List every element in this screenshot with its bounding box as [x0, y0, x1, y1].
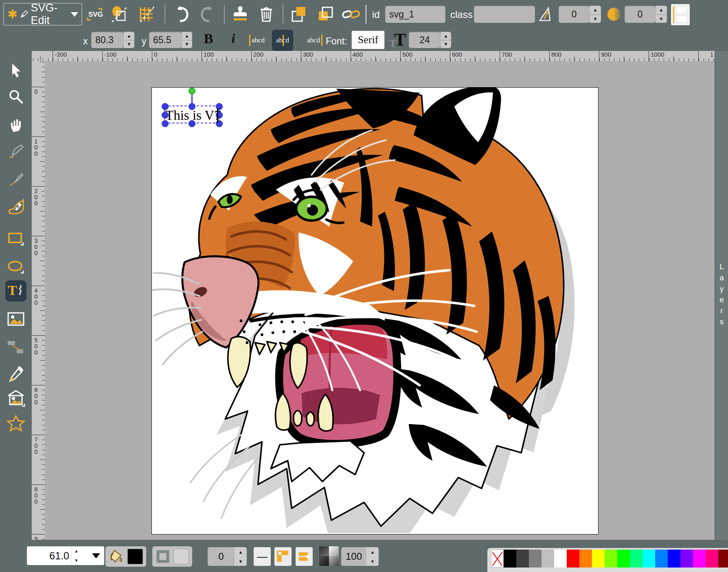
- make-link-button[interactable]: [341, 4, 361, 24]
- fill-color-swatch[interactable]: [127, 549, 143, 564]
- tool-pan[interactable]: [5, 114, 26, 135]
- blur-icon: [605, 5, 623, 24]
- tool-line[interactable]: [5, 169, 26, 190]
- palette-color[interactable]: [706, 550, 718, 568]
- selection-grip-sw[interactable]: [162, 120, 169, 127]
- selection-grip-w[interactable]: [162, 112, 169, 119]
- x-spinner[interactable]: ▲▼: [124, 32, 134, 48]
- selection-grip-nw[interactable]: [162, 103, 169, 110]
- palette-color[interactable]: [579, 550, 592, 568]
- stroke-color-swatch[interactable]: [173, 549, 189, 564]
- palette-color[interactable]: [693, 550, 706, 568]
- palette-color[interactable]: [592, 550, 605, 568]
- stroke-dash-button[interactable]: —: [254, 547, 271, 566]
- blur-tool: [604, 4, 624, 24]
- palette-color[interactable]: [630, 550, 642, 568]
- menu-dropdown-icon: [71, 12, 78, 17]
- color-palette: [487, 548, 728, 572]
- palette-color[interactable]: [668, 550, 680, 568]
- id-input[interactable]: svg_1: [385, 6, 445, 23]
- tool-eyedropper[interactable]: [5, 364, 26, 385]
- grid-button[interactable]: [137, 4, 156, 24]
- tool-select[interactable]: [5, 59, 26, 81]
- angle-spinner[interactable]: ▲▼: [590, 6, 601, 23]
- toolbar-separator: [366, 5, 366, 24]
- fill-color-group: [105, 546, 146, 567]
- opacity-input[interactable]: 100: [341, 547, 366, 566]
- tool-star[interactable]: [5, 413, 26, 434]
- selection-grip-n[interactable]: [189, 103, 195, 110]
- bold-button[interactable]: B: [200, 31, 217, 49]
- font-family-button[interactable]: Serif: [352, 31, 384, 49]
- blur-spinner[interactable]: ▲▼: [656, 6, 667, 23]
- class-label: class: [450, 9, 473, 20]
- palette-color[interactable]: [567, 550, 579, 568]
- palette-color[interactable]: [617, 550, 630, 568]
- zoom-spinner[interactable]: ▲▼: [71, 546, 81, 565]
- pencil-logo-icon: [20, 9, 28, 20]
- y-input[interactable]: 65.5: [149, 32, 182, 48]
- palette-color[interactable]: [680, 550, 693, 568]
- connector-icon: [7, 339, 25, 355]
- align-center-button[interactable]: abcd: [272, 30, 293, 51]
- palette-color[interactable]: [529, 550, 542, 568]
- align-left-button[interactable]: abcd: [248, 31, 269, 50]
- tool-ellipse[interactable]: [5, 257, 26, 278]
- move-top-icon: [289, 5, 308, 24]
- palette-color[interactable]: [605, 550, 617, 568]
- angle-input[interactable]: 0: [559, 6, 590, 23]
- layers-panel-toggle[interactable]: Layers: [715, 51, 728, 540]
- palette-color[interactable]: [554, 550, 567, 568]
- tool-rectangle[interactable]: [5, 229, 26, 250]
- trash-icon: [257, 5, 276, 24]
- id-label: id: [372, 9, 380, 20]
- tool-pencil[interactable]: [5, 141, 26, 163]
- font-size-spinner[interactable]: ▲▼: [441, 32, 451, 48]
- palette-color[interactable]: [642, 550, 655, 568]
- delete-button[interactable]: [257, 4, 276, 24]
- linejoin-button[interactable]: [274, 547, 292, 566]
- zoom-value: 61.0: [27, 550, 69, 562]
- palette-color-none[interactable]: [491, 550, 504, 568]
- tool-shape-library[interactable]: [5, 388, 26, 409]
- opacity-spinner[interactable]: ▲▼: [366, 547, 379, 566]
- undo-button[interactable]: [172, 4, 191, 24]
- blur-input[interactable]: 0: [625, 6, 656, 23]
- wireframe-button[interactable]: [110, 4, 129, 24]
- align-right-button[interactable]: abcd: [303, 31, 324, 50]
- y-spinner[interactable]: ▲▼: [182, 32, 192, 48]
- move-to-bottom-button[interactable]: [315, 4, 335, 24]
- source-editor-button[interactable]: SVG: [85, 4, 104, 24]
- redo-icon: [198, 5, 217, 24]
- stroke-width-spinner[interactable]: ▲▼: [235, 547, 247, 566]
- clone-button[interactable]: [230, 4, 250, 24]
- rotate-grip[interactable]: [189, 88, 195, 95]
- tool-zoom[interactable]: [5, 86, 26, 107]
- palette-color[interactable]: [655, 550, 668, 568]
- tool-image[interactable]: [5, 308, 26, 330]
- main-menu-button[interactable]: ✱ SVG-Edit: [3, 3, 82, 26]
- select-arrow-icon: [8, 62, 24, 78]
- palette-color[interactable]: [718, 550, 728, 568]
- move-to-top-button[interactable]: [289, 4, 309, 24]
- class-input[interactable]: [474, 6, 535, 23]
- palette-color[interactable]: [516, 550, 529, 568]
- selection-grip-s[interactable]: [189, 120, 195, 127]
- text-tool-icon: T: [7, 282, 25, 300]
- x-input[interactable]: 80.3: [91, 32, 124, 48]
- tool-connector[interactable]: [5, 336, 26, 357]
- palette-color[interactable]: [542, 550, 554, 568]
- redo-button[interactable]: [198, 4, 217, 24]
- tool-path[interactable]: [5, 196, 26, 217]
- editor-background-button[interactable]: [671, 4, 690, 25]
- opacity-icon[interactable]: [319, 546, 339, 566]
- linecap-button[interactable]: [296, 547, 313, 566]
- italic-button[interactable]: i: [227, 31, 239, 49]
- top-toolbar: ✱ SVG-Edit SVG: [0, 0, 728, 51]
- font-size-input[interactable]: 24: [409, 32, 441, 48]
- palette-color[interactable]: [504, 550, 516, 568]
- svg-canvas[interactable]: This is V7: [151, 87, 599, 535]
- tool-text[interactable]: T: [5, 280, 26, 301]
- zoom-control[interactable]: 61.0 ▲▼: [27, 546, 104, 565]
- stroke-width-input[interactable]: 0: [208, 547, 235, 566]
